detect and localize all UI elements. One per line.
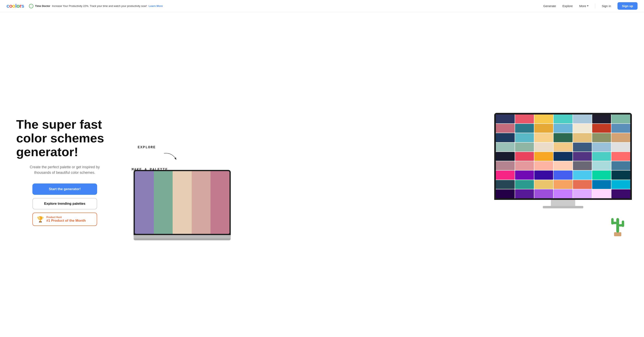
svg-rect-0 [614,232,621,236]
laptop-color-palette [135,171,230,234]
color-cell [573,124,592,133]
nav-more-label: More [579,4,586,8]
logo-letter-c: c [6,3,9,9]
hero-right: EXPLORE MAKE A PALETTE [122,109,628,240]
start-generator-button[interactable]: Start the generator! [32,183,97,195]
logo-letter-o1: o [9,3,12,9]
color-cell [554,161,572,170]
color-cell [534,124,553,133]
hero-title: The super fast color schemes generator! [16,117,113,159]
signin-link[interactable]: Sign in [602,4,611,8]
color-cell [534,180,553,189]
color-cell [515,180,534,189]
ad-banner: ✓ Time Doctor Increase Your Productivity… [29,4,544,8]
signup-button[interactable]: Sign up [618,2,638,10]
color-cell [496,143,515,151]
explore-arrow [162,151,178,161]
laptop-color-column [173,171,192,234]
logo[interactable]: coolors [6,3,24,9]
laptop-bottom [134,235,231,238]
color-cell [534,114,553,123]
laptop-color-column [210,171,230,234]
color-cell [612,161,630,170]
logo-letter-s: s [22,3,24,9]
ad-learn-more-link[interactable]: Learn More [148,4,163,7]
color-cell [554,114,572,123]
logo-letter-o2: o [12,3,15,9]
color-cell [592,171,611,179]
color-cell [496,124,515,133]
nav-explore[interactable]: Explore [562,4,573,8]
color-cell [554,171,572,179]
color-cell [612,171,630,179]
product-hunt-badge[interactable]: 🏆 Product Hunt #1 Product of the Month [32,213,97,226]
laptop-color-column [135,171,154,234]
monitor-color-grid [496,114,630,198]
nav-generate[interactable]: Generate [544,4,556,8]
ad-brand: Time Doctor [35,4,50,7]
ph-text: Product Hunt #1 Product of the Month [46,216,86,223]
color-cell [612,124,630,133]
svg-rect-3 [611,218,614,225]
color-cell [592,124,611,133]
color-cell [554,180,572,189]
color-cell [534,143,553,151]
monitor [494,113,632,210]
color-cell [573,189,592,198]
color-cell [573,171,592,179]
color-cell [573,161,592,170]
color-cell [496,171,515,179]
color-cell [554,143,572,151]
annotation-explore: EXPLORE [138,145,156,149]
color-cell [573,152,592,161]
explore-trending-button[interactable]: Explore trending palettes [32,198,97,209]
color-cell [534,133,553,142]
color-cell [534,171,553,179]
color-cell [612,180,630,189]
color-cell [592,180,611,189]
color-cell [592,161,611,170]
svg-point-7 [618,224,618,225]
trophy-icon: 🏆 [37,216,44,223]
color-cell [592,189,611,198]
hero-left: The super fast color schemes generator! … [16,117,113,232]
chevron-down-icon [587,5,588,6]
color-cell [496,180,515,189]
laptop-color-column [192,171,211,234]
monitor-base [543,206,583,208]
laptop-base [134,238,231,240]
color-cell [515,171,534,179]
navbar: coolors ✓ Time Doctor Increase Your Prod… [0,0,644,12]
color-cell [612,189,630,198]
color-cell [554,152,572,161]
hero-section: The super fast color schemes generator! … [0,12,644,337]
color-cell [573,143,592,151]
laptop [134,170,231,240]
laptop-screen-frame [134,170,231,235]
hero-buttons: Start the generator! Explore trending pa… [16,183,113,226]
color-cell [496,189,515,198]
color-cell [592,114,611,123]
color-cell [612,133,630,142]
color-cell [534,152,553,161]
cactus-icon [610,214,626,236]
logo-letter-r: r [20,3,21,9]
color-cell [515,152,534,161]
svg-point-6 [618,220,618,221]
color-cell [496,133,515,142]
color-cell [496,114,515,123]
color-cell [573,180,592,189]
nav-more[interactable]: More [579,4,588,8]
ph-award: #1 Product of the Month [46,219,86,223]
color-cell [612,114,630,123]
color-cell [515,161,534,170]
monitor-screen [494,113,632,200]
color-cell [515,114,534,123]
color-cell [612,152,630,161]
color-cell [554,189,572,198]
ad-icon: ✓ [29,4,34,8]
color-cell [515,124,534,133]
nav-divider [595,4,595,8]
svg-rect-5 [622,221,624,227]
color-cell [496,152,515,161]
